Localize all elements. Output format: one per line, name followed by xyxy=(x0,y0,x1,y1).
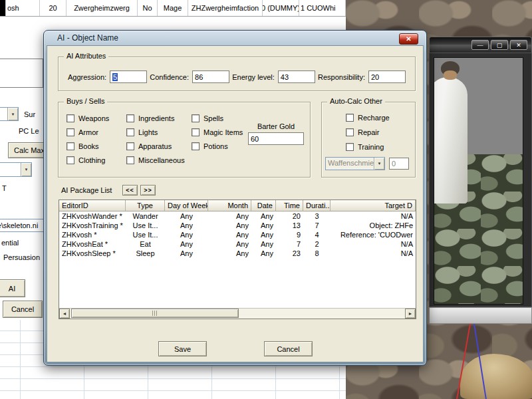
grid-cell-count[interactable]: 20 xyxy=(40,0,66,16)
object-window-grid-row: osh 20 Zwergheimzwerg No Mage ZHZwerghei… xyxy=(0,0,346,17)
render-viewport[interactable] xyxy=(434,57,523,305)
cell-type: Use It... xyxy=(126,230,165,239)
close-button[interactable]: ✕ xyxy=(510,40,527,50)
package-row[interactable]: ZHKvoshEat * Eat Any Any Any 7 2 N/A xyxy=(59,239,416,249)
skeleton-path-text: ale\skeleton.ni xyxy=(0,221,38,229)
cell-day: Any xyxy=(165,211,208,221)
pc-level-label: PC Le xyxy=(19,127,39,135)
checkbox-magic-items[interactable]: Magic Items xyxy=(192,128,243,136)
scrollbar-grip-icon xyxy=(152,311,158,316)
checkbox-label: Apparatus xyxy=(138,142,172,150)
cell-time: 9 xyxy=(276,230,303,239)
cell-editorid: ZHKvoshSleep * xyxy=(59,249,126,258)
cell-type: Use It... xyxy=(126,221,165,230)
checkbox-box xyxy=(66,142,74,150)
service-combo[interactable]: Waffenschmie ▼ xyxy=(325,157,385,170)
package-row[interactable]: ZHKvoshWander * Wander Any Any Any 20 3 … xyxy=(59,211,416,221)
grid-cell-faction[interactable]: ZHZwergheimfaction xyxy=(188,0,263,16)
aggression-input[interactable]: 5 xyxy=(110,70,147,83)
checkbox-ingredients[interactable]: Ingredients xyxy=(126,114,185,122)
chevron-down-icon[interactable]: ▼ xyxy=(7,108,18,120)
scrollbar-track[interactable] xyxy=(70,309,405,319)
move-left-button[interactable]: << xyxy=(122,185,138,196)
package-row[interactable]: ZHKvoshSleep * Sleep Any Any Any 23 8 N/… xyxy=(59,249,416,258)
left-cancel-button[interactable]: Cancel xyxy=(3,301,43,318)
column-header-time[interactable]: Time xyxy=(276,200,303,211)
package-list-header-row: AI Package List << >> xyxy=(61,185,156,196)
checkbox-box xyxy=(126,114,134,122)
barter-gold-input[interactable]: 60 xyxy=(248,132,304,145)
chevron-down-icon[interactable]: ▼ xyxy=(21,163,31,176)
cell-day: Any xyxy=(165,249,208,258)
scrollbar-thumb[interactable] xyxy=(71,309,239,318)
row-marker-cell xyxy=(0,0,6,16)
checkbox-repair[interactable]: Repair xyxy=(346,128,390,136)
left-combo-fragment-2[interactable]: ▼ xyxy=(0,162,32,177)
cancel-button[interactable]: Cancel xyxy=(264,341,313,356)
column-header-editorid[interactable]: EditorID xyxy=(59,200,126,211)
save-button[interactable]: Save xyxy=(158,341,207,356)
checkbox-lights[interactable]: Lights xyxy=(126,128,185,136)
grid-cell-editorid[interactable]: osh xyxy=(6,0,40,16)
horizontal-scrollbar[interactable]: ◄ ► xyxy=(59,308,416,319)
cell-date: Any xyxy=(251,211,276,221)
checkbox-weapons[interactable]: Weapons xyxy=(66,114,109,122)
cell-editorid: ZHKvoshWander * xyxy=(59,211,126,221)
checkbox-books[interactable]: Books xyxy=(66,142,109,150)
column-header-day-of-week[interactable]: Day of Week xyxy=(165,200,208,211)
grid-cell-rank[interactable]: 0 (DUMMY) xyxy=(263,0,299,16)
checkbox-spells[interactable]: Spells xyxy=(192,114,243,122)
scroll-right-button[interactable]: ► xyxy=(405,309,416,319)
grid-cell-class[interactable]: Mage xyxy=(158,0,188,16)
rock-boulder xyxy=(460,354,532,399)
move-right-button[interactable]: >> xyxy=(140,185,156,196)
package-row[interactable]: ZHKvosh * Use It... Any Any Any 9 4 Refe… xyxy=(59,230,416,239)
checkbox-potions[interactable]: Potions xyxy=(192,142,243,150)
column-header-target[interactable]: Target D xyxy=(331,200,416,211)
checkbox-training[interactable]: Training xyxy=(346,142,390,151)
checkbox-miscellaneous[interactable]: Miscellaneous xyxy=(126,156,185,164)
checkbox-box xyxy=(126,156,134,164)
checkbox-apparatus[interactable]: Apparatus xyxy=(126,142,185,150)
checkbox-label: Potions xyxy=(203,142,228,150)
energy-input[interactable]: 43 xyxy=(278,70,315,83)
confidence-input[interactable]: 86 xyxy=(192,70,229,83)
package-row[interactable]: ZHKvoshTraining * Use It... Any Any Any … xyxy=(59,221,416,230)
t-label: T xyxy=(2,184,7,192)
scroll-left-button[interactable]: ◄ xyxy=(59,309,70,319)
cell-target: Object: ZHFe xyxy=(331,221,416,230)
table-header: EditorID Type Day of Week Month Date Tim… xyxy=(59,200,416,211)
table-body: ZHKvoshWander * Wander Any Any Any 20 3 … xyxy=(59,211,416,308)
responsibility-input[interactable]: 20 xyxy=(368,70,406,83)
checkbox-box xyxy=(192,114,200,122)
checkbox-box xyxy=(66,128,74,136)
column-header-date[interactable]: Date xyxy=(251,200,276,211)
package-list-table: EditorID Type Day of Week Month Date Tim… xyxy=(59,200,416,319)
column-header-type[interactable]: Type xyxy=(126,200,165,211)
maximize-icon: ▢ xyxy=(497,42,503,49)
checkbox-armor[interactable]: Armor xyxy=(66,128,109,136)
maximize-button[interactable]: ▢ xyxy=(491,40,508,50)
grid-cell-name[interactable]: Zwergheimzwerg xyxy=(66,0,138,16)
chevron-down-icon[interactable]: ▼ xyxy=(374,158,384,170)
cell-day: Any xyxy=(165,230,208,239)
left-combo-fragment[interactable]: ▼ xyxy=(0,107,19,121)
checkbox-recharge[interactable]: Recharge xyxy=(346,113,390,122)
column-header-duration[interactable]: Durati... xyxy=(303,200,331,211)
render-preview-window: — ▢ ✕ xyxy=(429,37,532,324)
minimize-button[interactable]: — xyxy=(471,40,489,50)
cell-day: Any xyxy=(165,239,208,249)
checkbox-clothing[interactable]: Clothing xyxy=(66,156,109,164)
grid-cell-inventory[interactable]: 1 CUOWhi xyxy=(299,0,346,16)
service-number-field[interactable]: 0 xyxy=(389,158,409,170)
checkbox-label: Ingredients xyxy=(138,114,174,122)
checkbox-label: Spells xyxy=(203,114,223,122)
cell-date: Any xyxy=(251,221,276,230)
grid-cell-essential[interactable]: No xyxy=(138,0,158,16)
preview-titlebar[interactable]: — ▢ ✕ xyxy=(429,37,532,53)
ai-button[interactable]: AI xyxy=(0,279,25,297)
cell-date: Any xyxy=(251,230,276,239)
checkbox-box xyxy=(346,143,354,151)
dialog-close-button[interactable]: ✕ xyxy=(399,33,418,45)
column-header-month[interactable]: Month xyxy=(208,200,251,211)
